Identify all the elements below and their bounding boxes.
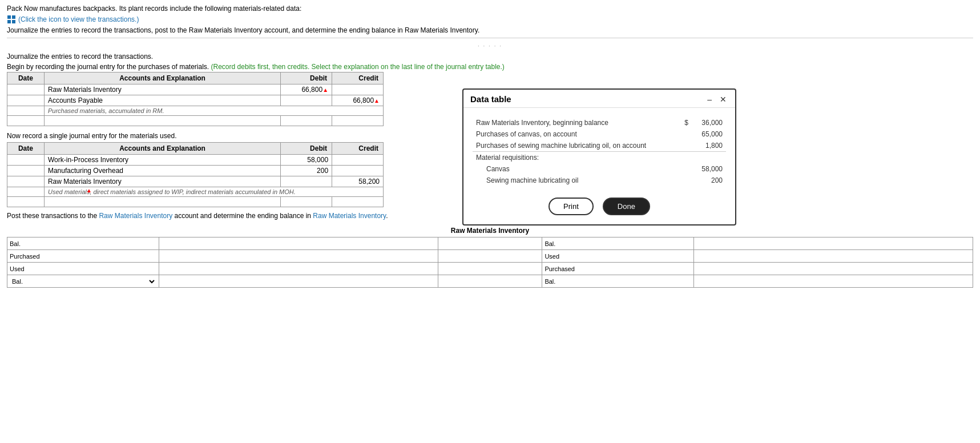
empty-cell — [281, 197, 332, 207]
raw-materials-link[interactable]: Raw Materials Inventory — [99, 212, 172, 220]
explanation-row: Used materials, direct materials assigne… — [7, 187, 384, 197]
right-label-bal-bottom: Bal. — [542, 275, 694, 288]
col-header-date: Date — [7, 73, 45, 84]
right-input-bal-bottom[interactable] — [694, 275, 973, 288]
col-header-accounts2: Accounts and Explanation — [44, 143, 280, 155]
left-input-purchased[interactable] — [159, 250, 438, 263]
account-cell: Manufacturing Overhead — [44, 166, 280, 176]
col-header-credit: Credit — [332, 73, 384, 84]
right-bal-input[interactable] — [696, 240, 970, 247]
right-input-used[interactable] — [694, 250, 973, 263]
date-cell — [7, 166, 45, 176]
right-input-bal[interactable] — [694, 237, 973, 250]
modal-header: Data table – ✕ — [463, 90, 735, 108]
data-row-canvas-purchase: Purchases of canvas, on account 65,000 — [473, 128, 726, 140]
t-account-section: Raw Materials Inventory Bal. Bal. Purcha… — [7, 227, 973, 288]
data-subheading: Material requisitions: — [473, 152, 658, 164]
debit-cell: 66,800▲ — [281, 84, 332, 95]
empty-cell — [44, 197, 280, 207]
data-amount: 65,000 — [692, 128, 726, 140]
left-purchased-input[interactable] — [162, 253, 435, 260]
left-label-bal-bottom: Bal. Debit Credit — [7, 275, 159, 288]
credit-cell: 66,800▲ — [332, 95, 384, 106]
modal-body: Raw Materials Inventory, beginning balan… — [463, 108, 735, 191]
journal-table-used: Date Accounts and Explanation Debit Cred… — [7, 142, 384, 207]
debit-cell: 58,000 — [281, 155, 332, 166]
modal-minimize-button[interactable]: – — [705, 95, 713, 104]
left-bal-input[interactable] — [162, 240, 435, 247]
credit-cell: 58,200 — [332, 176, 384, 187]
t-account-row-purchased: Purchased Used — [7, 250, 973, 263]
dots-separator: · · · · · — [7, 43, 973, 49]
data-value — [658, 175, 692, 186]
section1-instruction-green: (Record debits first, then credits. Sele… — [211, 63, 505, 71]
table-row: Raw Materials Inventory 58,200 — [7, 176, 384, 187]
date-cell — [7, 95, 45, 106]
table-row: Manufacturing Overhead 200 — [7, 166, 384, 176]
t-account-title: Raw Materials Inventory — [7, 227, 973, 235]
left-used-input[interactable] — [162, 265, 435, 272]
intro-line2: Journalize the entries to record the tra… — [7, 26, 973, 34]
data-label-indent: Sewing machine lubricating oil — [473, 175, 658, 186]
left-label-bal: Bal. — [7, 237, 159, 250]
right-purchased-input[interactable] — [696, 265, 970, 272]
data-row-canvas-requisition: Canvas 58,000 — [473, 163, 726, 175]
empty-cell — [281, 116, 332, 126]
data-row-oil-purchase: Purchases of sewing machine lubricating … — [473, 140, 726, 152]
credit-cell — [332, 166, 384, 176]
data-value — [658, 163, 692, 175]
credit-cell — [332, 155, 384, 166]
journal-table-purchases: Date Accounts and Explanation Debit Cred… — [7, 72, 384, 126]
table-row: Work-in-Process Inventory 58,000 — [7, 155, 384, 166]
t-account-row-bal: Bal. Bal. — [7, 237, 973, 250]
modal-controls: – ✕ — [705, 95, 728, 104]
debit-cell — [281, 176, 332, 187]
divider-cell2 — [438, 263, 542, 275]
left-label-used: Used — [7, 263, 159, 275]
data-label: Raw Materials Inventory, beginning balan… — [473, 117, 658, 128]
modal-close-button[interactable]: ✕ — [718, 95, 728, 104]
data-row-oil-requisition: Sewing machine lubricating oil 200 — [473, 175, 726, 186]
empty-cell — [332, 116, 384, 126]
date-cell — [7, 84, 45, 95]
right-label-bal: Bal. — [542, 237, 694, 250]
left-label-purchased: Purchased — [7, 250, 159, 263]
data-table-modal: Data table – ✕ Raw Materials Inventory, … — [462, 88, 736, 225]
t-account-table: Bal. Bal. Purchased Used Used Purchased — [7, 237, 973, 288]
data-row-beginning-balance: Raw Materials Inventory, beginning balan… — [473, 117, 726, 128]
data-value — [658, 140, 692, 152]
right-input-purchased[interactable] — [694, 263, 973, 275]
modal-footer: Print Done — [463, 191, 735, 224]
debit-cell — [281, 95, 332, 106]
t-account-row-used: Used Purchased — [7, 263, 973, 275]
date-cell — [7, 176, 45, 187]
print-button[interactable]: Print — [549, 198, 594, 215]
data-amount: 1,800 — [692, 140, 726, 152]
col-header-accounts: Accounts and Explanation — [44, 73, 280, 84]
done-button[interactable]: Done — [603, 198, 650, 215]
left-input-used[interactable] — [159, 263, 438, 275]
data-label-indent: Canvas — [473, 163, 658, 175]
right-used-input[interactable] — [696, 253, 970, 260]
date-cell — [7, 116, 45, 126]
empty-row — [7, 197, 384, 207]
left-input-bal-bottom[interactable] — [159, 275, 438, 288]
left-input-bal[interactable] — [159, 237, 438, 250]
explanation-row: Purchased materials, accumulated in RM. — [7, 106, 384, 116]
data-value — [658, 128, 692, 140]
right-bal-bottom-input[interactable] — [696, 278, 970, 285]
svg-rect-0 — [7, 15, 11, 19]
svg-rect-1 — [12, 15, 15, 19]
view-transactions-link[interactable]: (Click the icon to view the transactions… — [7, 15, 139, 24]
section1-instruction: Begin by recording the journal entry for… — [7, 63, 973, 71]
modal-title: Data table — [470, 94, 511, 104]
data-amount: 58,000 — [692, 163, 726, 175]
view-transactions-label: (Click the icon to view the transactions… — [18, 15, 139, 23]
grid-icon — [7, 15, 16, 24]
data-amount: 200 — [692, 175, 726, 186]
left-bal-select[interactable]: Bal. Debit Credit — [10, 277, 156, 285]
left-bal-bottom-input[interactable] — [162, 278, 435, 285]
raw-materials-link2[interactable]: Raw Materials Inventory — [313, 212, 386, 220]
svg-rect-3 — [12, 20, 15, 23]
table-row: Raw Materials Inventory 66,800▲ — [7, 84, 384, 95]
